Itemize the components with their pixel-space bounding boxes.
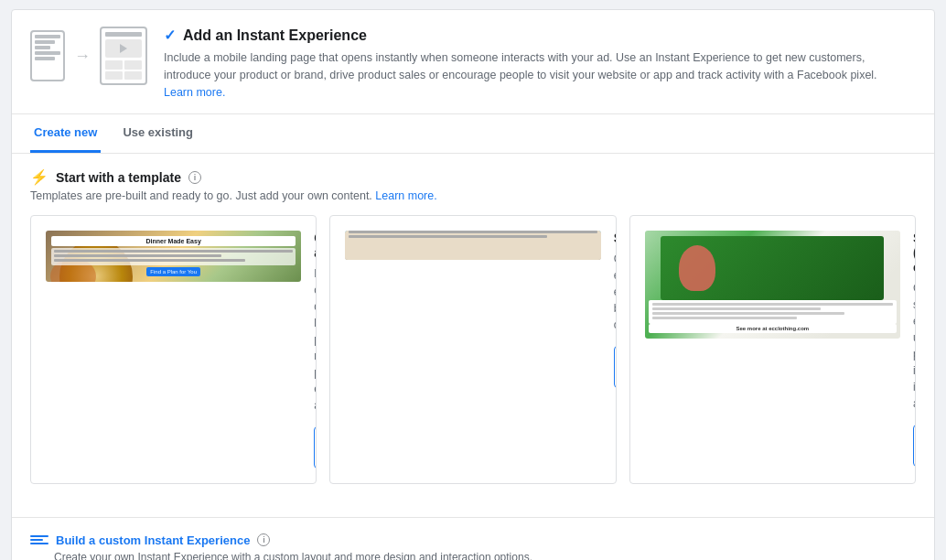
product-img-area [661,236,884,300]
bolt-icon: ⚡ [30,168,48,186]
card-content-sell-products: Sell products (without catalogue) Create… [913,231,916,467]
use-template-button-storytelling[interactable]: Use Template [614,346,617,388]
card-content-customer-acquisition: Customer acquisition Encourage new custo… [314,231,317,468]
build-custom-description: Create your own Instant Experience with … [54,551,916,560]
header-title: ✓ Add an Instant Experience [164,27,916,44]
card-title-sell-products: Sell products (without catalogue) [913,231,916,275]
use-template-button-sell-products[interactable]: Use Template [913,425,916,467]
use-template-button-customer-acquisition[interactable]: Use Template [314,426,317,468]
card-image-food: Dinner Made Easy Find a Plan for You [46,231,301,282]
section-title: ⚡ Start with a template i [30,168,916,186]
header-text: ✓ Add an Instant Experience Include a mo… [164,27,916,101]
build-custom-link[interactable]: Build a custom Instant Experience [56,533,250,547]
card-sell-products: See more at ecclothing.com Sell products… [629,215,916,484]
card-title-customer-acquisition: Customer acquisition [314,231,317,260]
section-learn-more-link[interactable]: Learn more. [375,189,436,202]
food-button: Find a Plan for You [146,267,200,276]
template-cards-row: Dinner Made Easy Find a Plan for You Cus… [30,215,916,484]
build-custom-icon [30,533,48,547]
card-image-product: See more at ecclothing.com [645,231,900,339]
card-desc-sell-products: Create a mobile shopping experience by u… [913,280,916,412]
header-description: Include a mobile landing page that opens… [164,49,896,101]
card-content-storytelling: Storytelling Give people an engaging way… [614,231,617,388]
arrow-icon: → [74,47,91,66]
build-custom-title: Build a custom Instant Experience i [30,533,916,547]
main-container: → ✓ Add an Instant Exp [11,9,935,560]
pool-caption [345,231,600,260]
header-section: → ✓ Add an Instant Exp [12,10,934,114]
tab-create-new[interactable]: Create new [30,114,101,153]
card-storytelling: Storytelling Give people an engaging way… [329,215,616,484]
product-button-area: See more at ecclothing.com [649,324,897,333]
build-custom-section: Build a custom Instant Experience i Crea… [12,517,934,560]
card-title-storytelling: Storytelling [614,231,617,245]
check-icon: ✓ [164,27,176,44]
card-desc-storytelling: Give people an engaging way to explore y… [614,251,617,333]
product-text-area [649,300,897,324]
phone-icon-large [100,27,147,85]
section-subtitle: Templates are pre-built and ready to go.… [30,189,916,202]
phone-icon-small [30,30,65,81]
card-image-pool [345,231,600,260]
card-customer-acquisition: Dinner Made Easy Find a Plan for You Cus… [30,215,317,484]
tab-use-existing[interactable]: Use existing [119,114,197,153]
header-learn-more-link[interactable]: Learn more. [164,86,225,99]
instant-experience-icon: → [30,27,147,85]
tabs-section: Create new Use existing [12,114,934,154]
info-icon[interactable]: i [188,171,201,184]
food-label: Dinner Made Easy [51,236,296,246]
content-section: ⚡ Start with a template i Templates are … [12,154,934,517]
build-custom-info-icon[interactable]: i [257,533,270,546]
card-desc-customer-acquisition: Encourage new customers to discover your… [314,265,317,414]
